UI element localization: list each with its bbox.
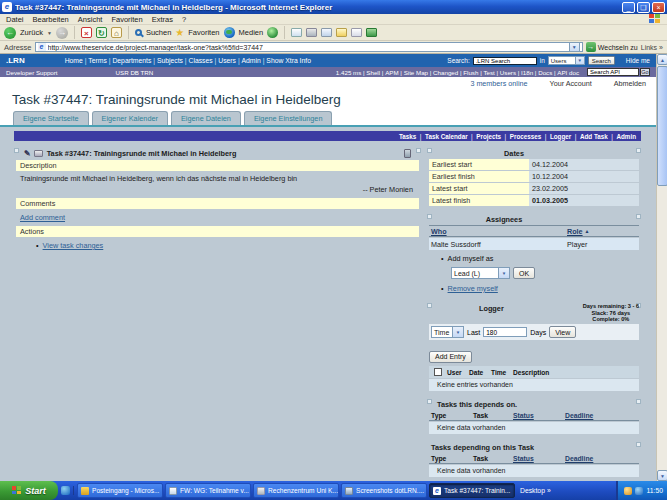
back-dropdown-icon[interactable]: ▼ bbox=[47, 30, 52, 36]
devlink-changed[interactable]: Changed bbox=[433, 69, 463, 76]
menu-bearbeiten[interactable]: Bearbeiten bbox=[33, 15, 69, 24]
messenger-icon[interactable] bbox=[351, 28, 362, 37]
devlink-test[interactable]: Test bbox=[483, 69, 499, 76]
taskbar-item-mail[interactable]: FW: WG: Teilnahme v... bbox=[165, 483, 251, 498]
close-button[interactable]: × bbox=[652, 2, 665, 13]
edit-task-icon[interactable]: ✎ bbox=[24, 149, 31, 158]
logout-link[interactable]: Abmelden bbox=[614, 79, 646, 88]
home-icon[interactable]: ⌂ bbox=[111, 27, 122, 38]
portlet-corner-icon[interactable] bbox=[427, 214, 432, 219]
scroll-up-icon[interactable]: ▲ bbox=[657, 54, 667, 65]
subnav-logger[interactable]: Logger bbox=[550, 133, 580, 140]
mail-icon[interactable] bbox=[291, 28, 302, 37]
subnav-tasks[interactable]: Tasks bbox=[399, 133, 425, 140]
refresh-icon[interactable]: ↻ bbox=[96, 27, 107, 38]
media-icon[interactable] bbox=[224, 27, 235, 38]
api-go-button[interactable]: Go bbox=[640, 68, 650, 76]
devlink-i18n[interactable]: I18n bbox=[521, 69, 538, 76]
nav-departments[interactable]: Departments bbox=[112, 57, 156, 64]
tab-eigene-startseite[interactable]: Eigene Startseite bbox=[13, 111, 89, 125]
nav-users[interactable]: Users bbox=[218, 57, 241, 64]
scrollbar-thumb[interactable] bbox=[657, 66, 667, 186]
portlet-corner-icon[interactable] bbox=[14, 148, 19, 153]
select-all-checkbox[interactable] bbox=[434, 368, 442, 376]
msn-icon[interactable] bbox=[366, 28, 377, 37]
col-date[interactable]: Date bbox=[469, 369, 491, 376]
tab-eigene-dateien[interactable]: Eigene Dateien bbox=[171, 111, 241, 125]
taskbar-item-screenshots[interactable]: Screenshots dotLRN.... bbox=[341, 483, 427, 498]
developer-flags[interactable]: USR DB TRN bbox=[116, 69, 154, 76]
minimize-button[interactable]: _ bbox=[622, 2, 635, 13]
address-field[interactable]: e ▼ bbox=[35, 42, 583, 52]
col-status-sort[interactable]: Status bbox=[513, 412, 565, 419]
nav-admin[interactable]: Admin bbox=[242, 57, 267, 64]
subnav-add-task[interactable]: Add Task bbox=[580, 133, 617, 140]
favorites-label[interactable]: Favoriten bbox=[188, 28, 219, 37]
remove-myself-link[interactable]: Remove myself bbox=[448, 284, 498, 293]
vertical-scrollbar[interactable]: ▲ ▼ bbox=[656, 54, 667, 481]
discuss-icon[interactable] bbox=[336, 28, 347, 37]
tray-update-icon[interactable] bbox=[624, 487, 632, 495]
address-dropdown-icon[interactable]: ▼ bbox=[569, 42, 580, 52]
address-input[interactable] bbox=[48, 43, 567, 51]
devlink-docs[interactable]: Docs bbox=[538, 69, 557, 76]
start-button[interactable]: Start bbox=[0, 481, 58, 500]
devlink-apm[interactable]: APM bbox=[385, 69, 403, 76]
metric-select[interactable]: Time ▼ bbox=[431, 326, 464, 338]
menu-extras[interactable]: Extras bbox=[152, 15, 173, 24]
search-button[interactable]: Search bbox=[588, 56, 615, 65]
nav-home[interactable]: Home bbox=[65, 57, 89, 64]
view-button[interactable]: View bbox=[549, 326, 576, 338]
who-column-sort[interactable]: Who bbox=[429, 227, 567, 236]
taskbar-item-rechenzentrum[interactable]: Rechenzentrum Uni K... bbox=[253, 483, 339, 498]
assignee-name[interactable]: Malte Sussdorff bbox=[429, 240, 567, 249]
back-label[interactable]: Zurück bbox=[20, 28, 43, 37]
quick-launch-icon[interactable] bbox=[61, 486, 70, 495]
add-comment-link[interactable]: Add comment bbox=[20, 213, 65, 222]
print-task-icon[interactable] bbox=[34, 150, 43, 157]
col-description[interactable]: Description bbox=[513, 369, 639, 376]
col-time[interactable]: Time bbox=[491, 369, 513, 376]
tab-eigene-einstellungen[interactable]: Eigene Einstellungen bbox=[244, 111, 333, 125]
developer-support-label[interactable]: Developer Support bbox=[6, 69, 58, 76]
portlet-corner-icon[interactable] bbox=[416, 148, 421, 153]
tab-eigener-kalender[interactable]: Eigener Kalender bbox=[92, 111, 168, 125]
hide-me-link[interactable]: Hide me bbox=[626, 57, 650, 64]
delete-task-icon[interactable] bbox=[404, 149, 411, 158]
add-entry-button[interactable]: Add Entry bbox=[429, 351, 472, 363]
devlink-site-map[interactable]: Site Map bbox=[404, 69, 433, 76]
portlet-corner-icon[interactable] bbox=[427, 303, 432, 308]
menu-datei[interactable]: Datei bbox=[6, 15, 24, 24]
edit-icon[interactable] bbox=[321, 28, 332, 37]
api-search-input[interactable] bbox=[587, 68, 639, 76]
search-scope-select[interactable]: Users ▼ bbox=[548, 56, 585, 65]
go-button[interactable]: → Wechseln zu bbox=[586, 42, 638, 52]
devlink-shell[interactable]: Shell bbox=[366, 69, 385, 76]
window-titlebar[interactable]: e Task #37447: Trainingsrunde mit Michae… bbox=[0, 0, 667, 14]
your-account-link[interactable]: Your Account bbox=[550, 79, 592, 88]
portlet-corner-icon[interactable] bbox=[427, 399, 432, 404]
role-select[interactable]: Lead (L) ▼ bbox=[451, 267, 510, 279]
search-label[interactable]: Suchen bbox=[146, 28, 171, 37]
nav-terms[interactable]: Terms bbox=[88, 57, 112, 64]
nav-show-xtra-info[interactable]: Show Xtra Info bbox=[266, 57, 311, 64]
col-deadline-sort[interactable]: Deadline bbox=[565, 455, 639, 462]
devlink-flush[interactable]: Flush bbox=[463, 69, 483, 76]
subnav-processes[interactable]: Processes bbox=[510, 133, 550, 140]
restore-button[interactable]: ❏ bbox=[637, 2, 650, 13]
desktop-chevron-icon[interactable]: » bbox=[547, 487, 551, 494]
tray-clock[interactable]: 11:50 bbox=[646, 487, 663, 494]
portlet-corner-icon[interactable] bbox=[636, 399, 641, 404]
subnav-admin[interactable]: Admin bbox=[616, 133, 636, 140]
history-icon[interactable] bbox=[267, 27, 278, 38]
media-label[interactable]: Medien bbox=[239, 28, 264, 37]
search-icon[interactable] bbox=[135, 29, 142, 36]
subnav-projects[interactable]: Projects bbox=[476, 133, 510, 140]
portlet-corner-icon[interactable] bbox=[636, 442, 641, 447]
menu-favoriten[interactable]: Favoriten bbox=[111, 15, 142, 24]
members-online-link[interactable]: 3 members online bbox=[470, 79, 527, 88]
last-days-input[interactable] bbox=[483, 327, 527, 337]
ok-button[interactable]: OK bbox=[513, 267, 535, 279]
print-icon[interactable] bbox=[306, 28, 317, 37]
nav-subjects[interactable]: Subjects bbox=[157, 57, 189, 64]
